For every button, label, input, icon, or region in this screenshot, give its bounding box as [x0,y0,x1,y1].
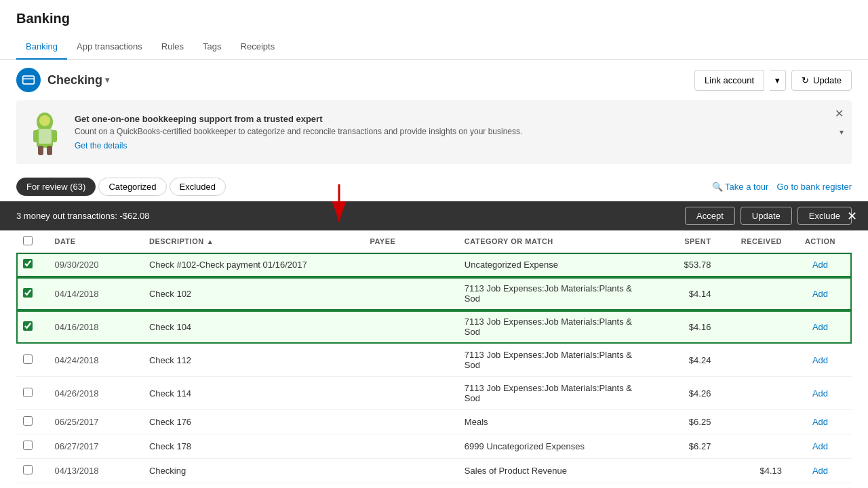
row-description-1: Check #102-Check payment 01/16/2017 [142,253,363,277]
nav-tabs: Banking App transactions Rules Tags Rece… [0,35,868,60]
tour-link[interactable]: 🔍 Take a tour [712,182,769,192]
row-checkbox-3[interactable] [23,321,33,331]
sort-icon: ▲ [207,238,214,245]
row-action-6[interactable]: Add [789,410,852,434]
row-spent-4: $4.24 [647,344,718,377]
row-checkbox-2[interactable] [23,288,33,298]
svg-rect-0 [23,76,35,84]
row-action-5[interactable]: Add [789,377,852,410]
update-button[interactable]: ↻ Update [791,70,852,91]
row-received-7 [717,434,789,459]
table-row: 04/13/2018 Checking Sales of Product Rev… [16,459,852,483]
tab-rules[interactable]: Rules [152,35,193,60]
row-description-8: Checking [142,459,363,483]
row-payee-5 [363,377,457,410]
row-payee-2 [363,277,457,310]
promo-description: Count on a QuickBooks-certified bookkeep… [75,127,841,136]
row-action-4[interactable]: Add [789,344,852,377]
row-action-8[interactable]: Add [789,459,852,483]
row-action-2[interactable]: Add [789,277,852,310]
row-category-1: Uncategorized Expense [458,253,647,277]
table-row: 06/25/2017 Check 176 Meals $6.25 Add [16,410,852,434]
account-bar: Checking ▾ Link account ▾ ↻ Update [0,60,868,100]
row-category-8: Sales of Product Revenue [458,459,647,483]
row-date-7: 06/27/2017 [47,434,142,459]
row-description-2: Check 102 [142,277,363,310]
row-action-3[interactable]: Add [789,310,852,344]
bulk-accept-button[interactable]: Accept [685,207,735,225]
bulk-exclude-button[interactable]: Exclude [797,207,852,225]
svg-rect-8 [39,129,52,144]
row-checkbox-5[interactable] [23,388,33,397]
page-title: Banking [16,11,852,26]
row-action-1[interactable]: Add [789,253,852,277]
row-action-7[interactable]: Add [789,434,852,459]
table-row: 04/16/2018 Check 104 7113 Job Expenses:J… [16,310,852,344]
tab-tags[interactable]: Tags [193,35,231,60]
th-payee: PAYEE [363,230,457,253]
row-payee-3 [363,310,457,344]
row-date-4: 04/24/2018 [47,344,142,377]
promo-link[interactable]: Get the details [75,141,127,150]
row-category-9: Sales of Product Revenue [458,483,647,489]
promo-title: Get one-on-one bookkeeping support from … [75,114,841,124]
row-spent-6: $6.25 [647,410,718,434]
register-link[interactable]: Go to bank register [776,182,852,192]
bulk-action-bar: 3 money out transactions: -$62.08 Accept… [0,201,868,230]
row-checkbox-4[interactable] [23,354,33,364]
th-category: CATEGORY OR MATCH [458,230,647,253]
link-account-dropdown-button[interactable]: ▾ [770,70,786,91]
row-category-4: 7113 Job Expenses:Job Materials:Plants &… [458,344,647,377]
row-checkbox-6[interactable] [23,416,33,426]
table-row: 04/15/2018 Checking Sales of Product Rev… [16,483,852,489]
row-category-2: 7113 Job Expenses:Job Materials:Plants &… [458,277,647,310]
row-checkbox-7[interactable] [23,441,33,450]
promo-mascot-icon [24,108,65,156]
table-row: 06/27/2017 Check 178 6999 Uncategorized … [16,434,852,459]
bulk-update-button[interactable]: Update [741,207,792,225]
account-name[interactable]: Checking ▾ [47,73,109,87]
row-received-5 [717,377,789,410]
select-all-checkbox[interactable] [23,236,33,245]
filter-categorized[interactable]: Categorized [98,178,166,196]
filter-for-review[interactable]: For review (63) [16,178,96,196]
row-spent-7: $6.27 [647,434,718,459]
row-action-9[interactable]: Add [789,483,852,489]
link-account-button[interactable]: Link account [694,70,764,91]
tab-receipts[interactable]: Receipts [231,35,285,60]
update-icon: ↻ [802,75,809,85]
transactions-table: DATE DESCRIPTION ▲ PAYEE CATEGORY OR MAT… [16,230,852,488]
account-icon [16,68,41,92]
row-date-9: 04/15/2018 [47,483,142,489]
row-checkbox-1[interactable] [23,259,33,268]
filter-excluded[interactable]: Excluded [170,178,226,196]
row-checkbox-8[interactable] [23,465,33,474]
row-date-2: 04/14/2018 [47,277,142,310]
row-payee-8 [363,459,457,483]
th-received: RECEIVED [717,230,789,253]
row-payee-6 [363,410,457,434]
row-received-6 [717,410,789,434]
row-payee-1 [363,253,457,277]
row-payee-4 [363,344,457,377]
svg-rect-5 [52,130,57,142]
bulk-message: 3 money out transactions: -$62.08 [16,211,674,221]
row-payee-7 [363,434,457,459]
table-row: 04/26/2018 Check 114 7113 Job Expenses:J… [16,377,852,410]
promo-collapse-icon[interactable]: ▾ [840,127,844,137]
promo-close-button[interactable]: ✕ [835,107,844,120]
row-received-2 [717,277,789,310]
svg-rect-7 [47,146,52,155]
row-received-3 [717,310,789,344]
svg-rect-6 [38,146,43,155]
tab-app-transactions[interactable]: App transactions [67,35,152,60]
row-spent-5: $4.26 [647,377,718,410]
table-row: 04/24/2018 Check 112 7113 Job Expenses:J… [16,344,852,377]
row-description-4: Check 112 [142,344,363,377]
table-row: 09/30/2020 Check #102-Check payment 01/1… [16,253,852,277]
tab-banking[interactable]: Banking [16,35,67,60]
bulk-close-button[interactable]: ✕ [847,209,857,224]
th-date: DATE [47,230,142,253]
row-spent-2: $4.14 [647,277,718,310]
row-received-1 [717,253,789,277]
